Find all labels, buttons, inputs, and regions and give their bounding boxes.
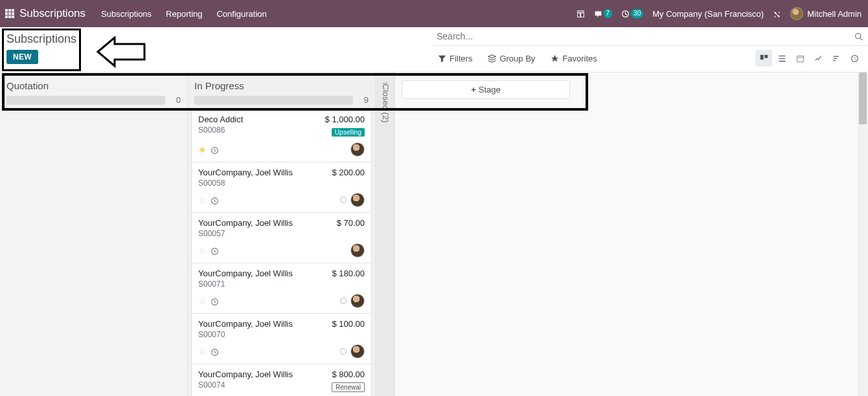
card-ref: S00057: [198, 229, 293, 238]
favorites-button[interactable]: Favorites: [551, 54, 597, 63]
add-stage-button[interactable]: +Stage: [402, 80, 570, 99]
assignee-avatar[interactable]: [350, 243, 365, 258]
view-switcher: [755, 50, 868, 67]
kanban-card[interactable]: YourCompany, Joel Willis S00057 $ 70.00 …: [191, 213, 372, 263]
graph-view-button[interactable]: [810, 50, 827, 67]
card-amount: $ 200.00: [332, 168, 365, 177]
star-icon[interactable]: ★: [198, 144, 207, 155]
card-amount: $ 180.00: [332, 269, 365, 278]
spreadsheet-icon[interactable]: [577, 10, 585, 18]
star-icon: [551, 54, 559, 63]
card-tag: Renewal: [332, 382, 365, 392]
star-icon[interactable]: ☆: [198, 195, 207, 205]
card-ref: S00074: [198, 380, 293, 390]
kanban-card[interactable]: YourCompany, Joel Willis S00058 $ 200.00…: [191, 162, 372, 213]
list-view-button[interactable]: [773, 50, 790, 67]
kanban-card[interactable]: YourCompany, Joel Willis S00074 $ 800.00…: [191, 364, 372, 396]
breadcrumb: Subscriptions: [6, 32, 434, 46]
user-menu[interactable]: Mitchell Admin: [790, 7, 862, 20]
assignee-avatar[interactable]: [350, 344, 365, 358]
activity-view-button[interactable]: [846, 50, 863, 67]
kanban-view-button[interactable]: [755, 50, 772, 67]
main-navbar: Subscriptions Subscriptions Reporting Co…: [0, 0, 868, 27]
svg-point-1: [775, 12, 776, 13]
svg-rect-6: [797, 56, 803, 61]
menu-reporting[interactable]: Reporting: [166, 9, 202, 19]
annotation-arrow-icon: [94, 36, 149, 69]
assignee-avatar[interactable]: [350, 142, 365, 157]
column-progress-bar[interactable]: [194, 96, 353, 105]
card-amount: $ 70.00: [337, 218, 365, 228]
app-name[interactable]: Subscriptions: [19, 7, 86, 20]
svg-rect-4: [760, 54, 763, 59]
svg-point-3: [855, 34, 860, 39]
column-title[interactable]: In Progress: [194, 80, 369, 91]
messages-count: 7: [604, 9, 613, 18]
card-ref: S00071: [198, 280, 293, 289]
menu-subscriptions[interactable]: Subscriptions: [101, 9, 152, 19]
activities-count: 30: [631, 9, 643, 18]
kanban-view: Quotation 0 In Progress 9 Deco Addict S0…: [0, 72, 868, 396]
activity-icon[interactable]: [211, 346, 219, 356]
funnel-icon: [438, 54, 446, 63]
filters-button[interactable]: Filters: [438, 54, 472, 63]
card-title: YourCompany, Joel Willis: [198, 369, 293, 379]
kanban-add-stage-area: +Stage: [395, 72, 868, 396]
column-title[interactable]: Quotation: [6, 80, 181, 91]
kanban-column-in-progress: In Progress 9 Deco Addict S00086 $ 1,000…: [188, 72, 376, 396]
card-tag: Upselling: [332, 128, 365, 137]
card-title: Deco Addict: [198, 115, 243, 124]
svg-point-2: [778, 15, 779, 16]
star-icon[interactable]: ☆: [198, 245, 207, 256]
activity-icon[interactable]: [211, 195, 219, 204]
user-name: Mitchell Admin: [807, 9, 862, 19]
assignee-avatar[interactable]: [350, 193, 365, 207]
status-dot-icon[interactable]: [340, 197, 347, 203]
new-button[interactable]: NEW: [6, 50, 38, 64]
vertical-scrollbar[interactable]: [858, 72, 868, 396]
debug-icon[interactable]: [773, 8, 781, 18]
svg-rect-5: [764, 54, 768, 58]
column-count: 0: [169, 95, 181, 105]
menu-configuration[interactable]: Configuration: [216, 9, 266, 19]
assignee-avatar[interactable]: [350, 294, 365, 308]
pivot-view-button[interactable]: [828, 50, 845, 67]
company-switcher[interactable]: My Company (San Francisco): [652, 9, 764, 19]
card-title: YourCompany, Joel Willis: [198, 168, 293, 177]
user-avatar-icon: [790, 7, 803, 20]
calendar-view-button[interactable]: [792, 50, 808, 67]
kanban-card[interactable]: YourCompany, Joel Willis S00070 $ 100.00…: [191, 314, 372, 364]
messages-button[interactable]: 7: [594, 9, 613, 18]
status-dot-icon[interactable]: [340, 348, 347, 355]
apps-grid-icon: [5, 9, 14, 18]
activity-icon[interactable]: [211, 245, 219, 255]
star-icon[interactable]: ☆: [198, 296, 207, 306]
card-title: YourCompany, Joel Willis: [198, 269, 293, 278]
kanban-card[interactable]: YourCompany, Joel Willis S00071 $ 180.00…: [191, 263, 372, 314]
card-ref: S00086: [198, 126, 243, 135]
card-title: YourCompany, Joel Willis: [198, 319, 293, 329]
activities-button[interactable]: 30: [621, 9, 643, 18]
folded-label: Closed (2): [380, 84, 390, 123]
layers-icon: [488, 54, 496, 63]
column-count: 9: [357, 95, 369, 105]
plus-icon: +: [471, 85, 476, 94]
card-title: YourCompany, Joel Willis: [198, 218, 293, 228]
column-progress-bar[interactable]: [6, 96, 165, 105]
kanban-card[interactable]: Deco Addict S00086 $ 1,000.00 Upselling …: [191, 109, 372, 162]
groupby-button[interactable]: Group By: [488, 54, 535, 63]
card-amount: $ 800.00: [332, 369, 365, 379]
status-dot-icon[interactable]: [340, 298, 347, 304]
card-ref: S00070: [198, 330, 293, 339]
activity-icon[interactable]: [211, 144, 219, 154]
apps-menu-button[interactable]: [0, 9, 19, 18]
star-icon[interactable]: ☆: [198, 346, 207, 357]
search-icon[interactable]: [849, 30, 868, 42]
kanban-column-quotation: Quotation 0: [0, 72, 188, 396]
activity-icon[interactable]: [211, 296, 219, 305]
kanban-folded-closed[interactable]: ↔ Closed (2): [376, 72, 395, 396]
scrollbar-thumb[interactable]: [859, 72, 867, 124]
search-input[interactable]: [434, 27, 849, 45]
card-ref: S00058: [198, 179, 293, 188]
card-amount: $ 100.00: [332, 319, 365, 329]
